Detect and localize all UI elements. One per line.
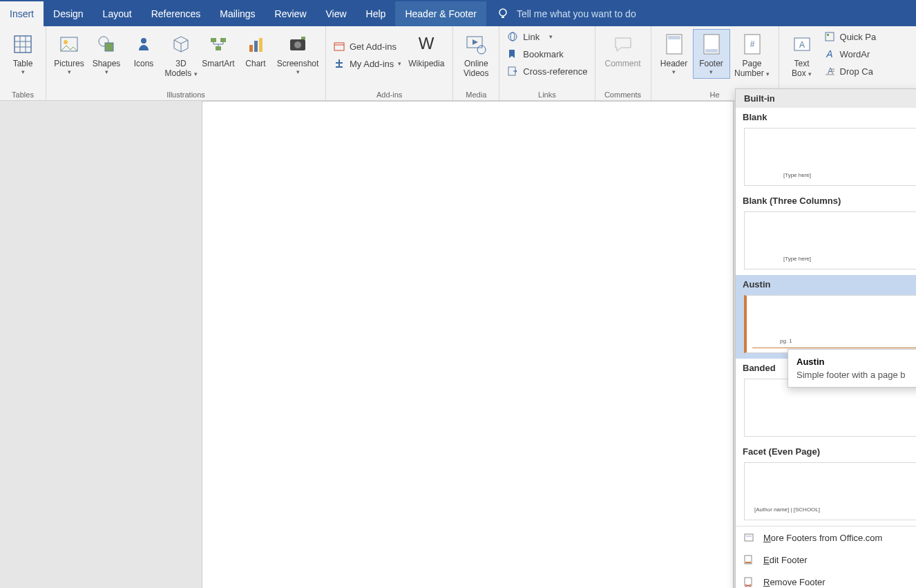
svg-rect-16: [259, 38, 263, 52]
chevron-down-icon: ▾: [105, 68, 108, 75]
svg-rect-1: [15, 36, 31, 53]
link-icon: [506, 30, 519, 43]
get-addins-button[interactable]: Get Add-ins: [330, 39, 404, 54]
chevron-down-icon: ▾: [21, 68, 25, 75]
svg-rect-9: [105, 43, 113, 51]
pictures-icon: [57, 32, 81, 56]
tab-layout[interactable]: Layout: [93, 1, 142, 26]
remove-footer-icon: [743, 576, 755, 588]
addins-icon: [333, 57, 345, 70]
svg-rect-30: [705, 49, 718, 53]
footer-option-facet-even[interactable]: Facet (Even Page) [Author name] | [SCHOO…: [736, 442, 916, 526]
footer-dropdown: Built-in Blank [Type here] Blank (Three …: [735, 88, 916, 588]
tab-help[interactable]: Help: [356, 1, 396, 26]
dropcap-icon: A: [823, 65, 836, 77]
bookmark-button[interactable]: Bookmark: [504, 46, 590, 61]
table-icon: [11, 32, 35, 56]
svg-rect-12: [220, 38, 226, 42]
cross-reference-button[interactable]: Cross-reference: [504, 64, 590, 79]
tooltip-austin: Austin Simple footer with a page b: [788, 349, 916, 388]
smartart-button[interactable]: SmartArt: [200, 29, 237, 72]
group-label-comments: Comments: [600, 89, 647, 99]
header-button[interactable]: Header ▾: [656, 29, 693, 79]
tooltip-body: Simple footer with a page b: [796, 370, 916, 380]
online-videos-button[interactable]: OnlineVideos: [457, 29, 495, 82]
chevron-down-icon: ▾: [296, 68, 300, 75]
svg-point-10: [141, 38, 146, 44]
quickparts-icon: [823, 30, 836, 43]
tab-insert[interactable]: Insert: [0, 1, 44, 26]
header-icon: [662, 32, 686, 56]
tellme-input[interactable]: [517, 8, 696, 19]
svg-point-23: [477, 46, 486, 54]
chevron-down-icon: ▾: [709, 68, 713, 75]
footer-icon: [700, 32, 723, 56]
shapes-icon: [95, 32, 118, 56]
svg-point-0: [499, 9, 506, 16]
pictures-button[interactable]: Pictures ▾: [50, 29, 88, 79]
icons-button[interactable]: Icons: [125, 29, 162, 72]
wordart-button[interactable]: A WordAr: [821, 46, 879, 61]
my-addins-button[interactable]: My Add-ins ▾: [330, 56, 404, 71]
more-footers-online[interactable]: More Footers from Office.com: [736, 527, 916, 549]
lightbulb-icon: [496, 7, 510, 21]
svg-rect-28: [668, 36, 680, 39]
svg-text:W: W: [419, 34, 435, 53]
svg-rect-36: [827, 34, 829, 36]
chevron-down-icon: ▾: [549, 33, 553, 40]
crossref-icon: [506, 65, 519, 77]
svg-rect-15: [254, 41, 258, 52]
link-button[interactable]: Link ▾: [504, 29, 590, 44]
svg-rect-13: [216, 46, 221, 50]
page-number-button[interactable]: # PageNumber ▾: [730, 29, 774, 82]
footer-option-austin[interactable]: Austin pg. 1: [736, 275, 916, 359]
screenshot-icon: [286, 32, 309, 56]
svg-point-25: [511, 32, 515, 41]
tab-references[interactable]: References: [142, 1, 211, 26]
remove-footer[interactable]: Remove Footer: [736, 571, 916, 588]
smartart-icon: [207, 32, 230, 56]
tab-review[interactable]: Review: [265, 1, 316, 26]
footer-button[interactable]: Footer ▾: [693, 29, 730, 79]
drop-cap-button[interactable]: A Drop Ca: [821, 64, 879, 79]
bookmark-icon: [506, 48, 519, 60]
tab-design[interactable]: Design: [44, 1, 93, 26]
tab-mailings[interactable]: Mailings: [210, 1, 265, 26]
edit-footer-icon: [743, 553, 755, 566]
tab-view[interactable]: View: [316, 1, 356, 26]
tooltip-title: Austin: [796, 357, 916, 367]
icons-icon: [132, 32, 155, 56]
group-label-tables: Tables: [4, 89, 41, 99]
textbox-icon: A: [790, 32, 814, 56]
office-icon: [743, 531, 755, 544]
svg-rect-43: [746, 535, 752, 537]
chart-button[interactable]: Chart: [237, 29, 274, 72]
svg-rect-11: [211, 38, 216, 42]
svg-text:A: A: [826, 48, 832, 59]
svg-rect-19: [301, 37, 305, 39]
wordart-icon: A: [823, 48, 836, 60]
store-icon: [333, 40, 345, 53]
comment-button[interactable]: Comment: [600, 29, 647, 72]
page-number-icon: #: [741, 32, 764, 56]
group-label-illustrations: Illustrations: [50, 89, 321, 99]
shapes-button[interactable]: Shapes ▾: [88, 29, 125, 79]
screenshot-button[interactable]: Screenshot ▾: [274, 29, 321, 79]
3d-models-button[interactable]: 3DModels ▾: [162, 29, 200, 82]
ribbon-tabs: Insert Design Layout References Mailings…: [0, 1, 916, 26]
page: [202, 101, 734, 588]
wikipedia-icon: W: [414, 32, 438, 56]
quick-parts-button[interactable]: Quick Pa: [821, 29, 879, 44]
svg-point-7: [64, 40, 68, 44]
comment-icon: [611, 32, 635, 56]
footer-option-blank-three[interactable]: Blank (Three Columns) [Type here] [Type …: [736, 191, 916, 275]
tab-header-footer[interactable]: Header & Footer: [395, 1, 486, 26]
svg-rect-45: [745, 562, 751, 563]
chevron-down-icon: ▾: [672, 68, 676, 75]
edit-footer[interactable]: Edit Footer: [736, 549, 916, 571]
table-button[interactable]: Table ▾: [4, 29, 41, 79]
text-box-button[interactable]: A TextBox ▾: [783, 29, 821, 82]
svg-rect-35: [826, 32, 834, 41]
footer-option-blank[interactable]: Blank [Type here]: [736, 108, 916, 191]
wikipedia-button[interactable]: W Wikipedia: [404, 29, 448, 72]
